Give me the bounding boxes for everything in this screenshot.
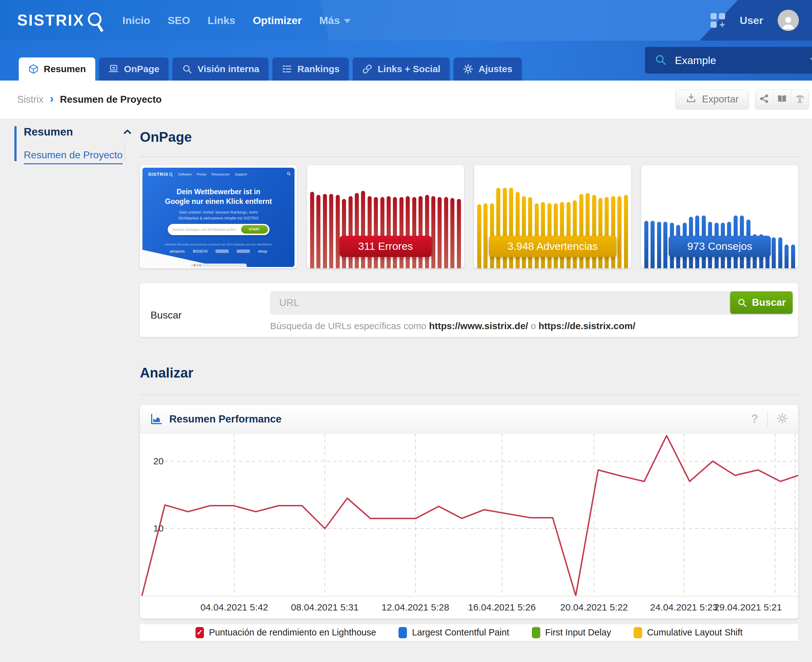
grid-cell xyxy=(719,13,725,19)
legend-swatch xyxy=(399,627,407,638)
bar xyxy=(323,194,327,268)
sidebar-section-title[interactable]: Resumen xyxy=(24,125,138,138)
gear-icon[interactable] xyxy=(777,413,788,426)
legend-label: Cumulative Layout Shift xyxy=(647,627,743,638)
brand-logo-block xyxy=(215,249,228,253)
chart-legend: ✓Puntuación de rendimiento en Lighthouse… xyxy=(140,624,798,641)
menu-item-label: Inicio xyxy=(122,14,150,27)
brand-amazon: amazon xyxy=(170,249,185,254)
hints-card[interactable]: 973 Consejos xyxy=(641,165,798,268)
tab-links-social[interactable]: Links + Social xyxy=(352,58,450,80)
browser-dot-red xyxy=(194,265,195,266)
apps-grid-icon[interactable]: + xyxy=(711,13,725,28)
breadcrumb-current: Resumen de Proyecto xyxy=(60,94,162,105)
menu-item-optimizer[interactable]: Optimizer xyxy=(252,14,302,27)
series-lighthouse-line xyxy=(142,435,798,596)
website-preview-card[interactable]: SISTRIX SoftwarePreiseRessourcenSupport … xyxy=(140,165,297,268)
brand-ebay: ebay xyxy=(258,249,267,254)
preview-headline: Dein Wettbewerber ist in Google nur eine… xyxy=(142,187,294,206)
bar xyxy=(329,194,333,268)
bar xyxy=(663,222,667,268)
tab-ajustes[interactable]: Ajustes xyxy=(453,58,521,80)
menu-item-links[interactable]: Links xyxy=(208,14,235,27)
tutorial-button[interactable] xyxy=(791,90,809,109)
search-button[interactable]: Buscar xyxy=(730,291,793,314)
example-url-2: https://de.sistrix.com/ xyxy=(539,321,635,331)
share-button[interactable] xyxy=(756,90,773,109)
preview-start-button: START xyxy=(241,225,268,234)
book-icon xyxy=(777,93,787,105)
url-input[interactable] xyxy=(270,291,736,315)
menu-item-seo[interactable]: SEO xyxy=(168,14,190,27)
y-axis-tick-20: 20 xyxy=(146,456,164,466)
sistrix-logo[interactable]: SISTRIX xyxy=(17,7,105,34)
bar xyxy=(380,197,384,268)
project-selector-value: Example xyxy=(675,54,716,66)
sidebar: Resumen Resumen de Proyecto xyxy=(14,125,138,164)
bar xyxy=(484,203,487,268)
bar xyxy=(342,199,346,268)
x-axis-tick: 16.04.2021 5:26 xyxy=(468,602,536,613)
tab-label: Visión interna xyxy=(198,64,259,74)
area-chart-icon xyxy=(150,413,162,425)
sistrix-wordmark: SISTRIX xyxy=(17,11,84,29)
export-button[interactable]: Exportar xyxy=(675,89,749,109)
menu-item-inicio[interactable]: Inicio xyxy=(122,14,150,27)
legend-swatch xyxy=(634,627,642,638)
bar xyxy=(560,202,564,268)
breadcrumb: Sistrix › Resumen de Proyecto xyxy=(17,80,162,119)
bar xyxy=(778,237,782,268)
sidebar-accent-bar xyxy=(14,126,16,161)
tab-onpage[interactable]: OnPage xyxy=(99,58,169,80)
legend-item-puntuaci-n-de-rendimiento-en-lighthouse[interactable]: ✓Puntuación de rendimiento en Lighthouse xyxy=(196,627,376,638)
bar xyxy=(573,200,577,268)
breadcrumb-root[interactable]: Sistrix xyxy=(17,94,43,105)
bar xyxy=(651,221,654,268)
x-axis-tick: 24.04.2021 5:23 xyxy=(650,602,718,613)
menu-item-label: Links xyxy=(208,14,235,27)
handbook-button[interactable] xyxy=(773,90,791,109)
legend-item-largest-contentful-paint[interactable]: Largest Contentful Paint xyxy=(399,627,509,638)
project-selector[interactable]: Example xyxy=(645,47,812,74)
performance-chart-panel: Resumen Performance ? 1020 04.04.2021 5:… xyxy=(140,405,798,619)
legend-item-cumulative-layout-shift[interactable]: Cumulative Layout Shift xyxy=(634,627,743,638)
bar xyxy=(387,196,391,268)
sistrix-optimizer-page: SISTRIX InicioSEOLinksOptimizerMás + Use… xyxy=(0,0,812,662)
chevron-up-icon[interactable] xyxy=(122,127,132,138)
avatar[interactable] xyxy=(778,10,799,31)
preview-menu-item: Ressourcen xyxy=(211,172,230,176)
browser-dot-yellow xyxy=(196,265,198,266)
main-content: OnPage SISTRIX SoftwarePreiseRessourcenS… xyxy=(140,119,798,641)
menu-item-m-s[interactable]: Más xyxy=(319,14,351,27)
preview-menu: SoftwarePreiseRessourcenSupport xyxy=(178,172,247,176)
bar xyxy=(437,197,442,268)
browser-dot-green xyxy=(199,265,201,266)
legend-item-first-input-delay[interactable]: First Input Delay xyxy=(532,627,611,638)
bar xyxy=(785,244,789,268)
user-label: User xyxy=(740,14,763,27)
search-label: Buscar xyxy=(151,309,182,321)
person-icon xyxy=(779,13,798,31)
bar xyxy=(611,196,615,268)
help-icon[interactable]: ? xyxy=(751,412,758,426)
line-chart xyxy=(140,434,798,596)
warnings-card[interactable]: 3.948 Advertencias xyxy=(474,165,631,268)
preview-logo: SISTRIX xyxy=(148,172,173,177)
menu-item-label: SEO xyxy=(168,14,190,27)
search-icon xyxy=(287,172,291,177)
example-url-1: https://www.sistrix.de/ xyxy=(429,321,528,331)
x-axis-tick: 20.04.2021 5:22 xyxy=(560,602,628,613)
magnifier-logo-icon xyxy=(87,11,105,34)
tab-rankings[interactable]: Rankings xyxy=(272,58,349,80)
preview-nav: SISTRIX SoftwarePreiseRessourcenSupport xyxy=(148,172,291,177)
search-button-label: Buscar xyxy=(752,297,786,308)
tab-visi-n-interna[interactable]: Visión interna xyxy=(172,58,269,80)
x-axis-tick: 04.04.2021 5:42 xyxy=(201,602,268,613)
tab-resumen[interactable]: Resumen xyxy=(19,58,95,80)
sidebar-item-resumen-de-proyecto[interactable]: Resumen de Proyecto xyxy=(24,149,123,164)
magnifier-logo-icon xyxy=(169,172,173,177)
errors-card[interactable]: 311 Errores xyxy=(307,165,464,268)
legend-label: First Input Delay xyxy=(545,627,611,638)
bar xyxy=(566,202,571,268)
bar xyxy=(522,196,526,268)
